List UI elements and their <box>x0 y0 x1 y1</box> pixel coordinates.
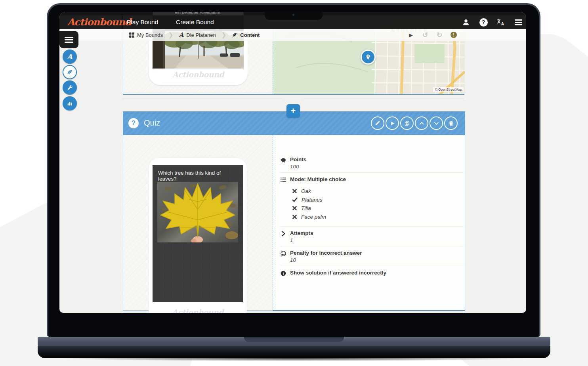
info-button[interactable]: ! <box>449 30 458 40</box>
attempts-label: Attempts <box>290 230 463 236</box>
laptop-base-bottom <box>38 346 550 358</box>
map-attribution: © OpenStreetMap <box>433 87 464 92</box>
divider-line <box>123 99 283 99</box>
undo-button[interactable]: ↺ <box>420 30 430 40</box>
breadcrumb: My Bounds ❯ A Die Platanen ❯ Content ▶ ↺… <box>59 29 526 41</box>
sad-face-icon <box>280 250 286 257</box>
feather-icon <box>232 32 237 38</box>
bar-chart-icon <box>67 100 73 107</box>
mode-row: Mode: Multiple choice Oak Platanus Tilia <box>280 173 463 227</box>
app-screen: ein beliebter Alleebaum. Actionbound Pla… <box>59 12 526 313</box>
answer-option: Platanus <box>292 196 463 204</box>
points-label: Points <box>290 156 463 162</box>
bound-icon: A <box>67 53 72 61</box>
chevron-down-icon <box>433 120 439 126</box>
preview-button[interactable] <box>386 116 399 130</box>
attempts-value: 1 <box>290 237 463 243</box>
edit-button[interactable] <box>371 116 384 130</box>
breadcrumb-bound-name[interactable]: A Die Platanen <box>179 31 216 38</box>
move-up-button[interactable] <box>415 116 428 130</box>
penalty-label: Penalty for incorrect answer <box>290 250 463 256</box>
pencil-icon <box>374 120 381 126</box>
sidebar-results-button[interactable] <box>63 96 77 111</box>
info-circle-icon <box>280 270 286 276</box>
help-icon[interactable]: ? <box>479 17 488 27</box>
previous-element-peek: ein beliebter Alleebaum. <box>153 12 244 15</box>
laptop-base <box>38 337 550 346</box>
breadcrumb-content[interactable]: Content <box>232 32 260 38</box>
copy-icon <box>404 120 410 126</box>
sidebar-content-button[interactable] <box>63 65 77 79</box>
phone-screen: Which tree has this kind of leaves? <box>153 165 243 302</box>
solution-label: Show solution if answered incorrectly <box>290 270 463 276</box>
svg-text:A: A <box>501 22 504 26</box>
breadcrumb-separator: ❯ <box>168 31 174 38</box>
webcam-notch <box>265 12 323 20</box>
solution-row: Show solution if answered incorrectly <box>280 266 463 278</box>
check-icon <box>292 197 298 202</box>
leaf-photo <box>157 182 238 242</box>
laptop-thumb-notch <box>244 337 344 342</box>
delete-button[interactable] <box>444 116 458 130</box>
sidebar-settings-button[interactable] <box>63 80 77 95</box>
add-element-button[interactable]: + <box>286 104 300 118</box>
nav-play-bound[interactable]: Play Bound <box>121 15 164 29</box>
menu-icon <box>65 37 73 43</box>
trash-icon <box>448 120 454 126</box>
divider-line <box>304 99 464 99</box>
phone-preview: Which tree has this kind of leaves? <box>149 158 247 313</box>
user-icon[interactable] <box>461 17 471 27</box>
chevron-right-icon <box>280 231 286 237</box>
redo-button[interactable]: ↻ <box>435 30 444 40</box>
sidebar-toggle-button[interactable] <box>59 31 78 48</box>
breadcrumb-my-bounds[interactable]: My Bounds <box>129 32 163 38</box>
pane-divider <box>273 135 273 311</box>
feather-icon <box>67 69 73 75</box>
list-icon <box>280 177 286 183</box>
chevron-up-icon <box>419 120 425 126</box>
penalty-value: 10 <box>290 257 463 263</box>
move-down-button[interactable] <box>430 116 443 130</box>
grid-icon <box>129 32 134 38</box>
menu-icon[interactable] <box>514 17 523 27</box>
points-value: 100 <box>290 164 463 170</box>
quiz-title: Quiz <box>144 118 160 128</box>
cross-icon <box>292 189 297 194</box>
nav-create-bound[interactable]: Create Bound <box>170 15 220 29</box>
answer-option: Face palm <box>292 213 463 221</box>
actionbound-watermark: Actionbound <box>149 308 247 313</box>
cross-icon <box>292 214 297 219</box>
quiz-element-card: ? Quiz <box>123 111 465 311</box>
breadcrumb-separator: ❯ <box>221 31 227 38</box>
translate-icon[interactable]: A <box>496 17 506 27</box>
quiz-settings-pane: Points 100 Mode: Multiple choice Oak Pla… <box>280 153 463 278</box>
answer-option: Oak <box>292 187 463 196</box>
wrench-icon <box>67 84 73 91</box>
sidebar-bound-button[interactable]: A <box>63 50 77 64</box>
answer-option: Tilia <box>292 204 463 213</box>
duplicate-button[interactable] <box>400 116 414 130</box>
quiz-preview-pane: Which tree has this kind of leaves? <box>123 135 273 311</box>
points-row: Points 100 <box>280 153 463 173</box>
map-pin-marker[interactable] <box>361 50 376 65</box>
bound-icon: A <box>179 31 184 38</box>
penalty-row: Penalty for incorrect answer 10 <box>280 246 463 266</box>
piggy-bank-icon <box>280 157 286 163</box>
quiz-type-icon: ? <box>128 118 139 128</box>
webcam-icon <box>292 14 294 16</box>
quiz-question-text: Which tree has this kind of leaves? <box>158 170 237 182</box>
play-icon <box>390 121 395 126</box>
actionbound-watermark: Actionbound <box>149 70 248 79</box>
attempts-row: Attempts 1 <box>280 227 463 246</box>
cross-icon <box>292 206 297 211</box>
test-play-button[interactable]: ▶ <box>406 30 416 40</box>
mode-label: Mode: Multiple choice <box>290 176 463 182</box>
peek-text: ein beliebter Alleebaum. <box>153 12 244 15</box>
